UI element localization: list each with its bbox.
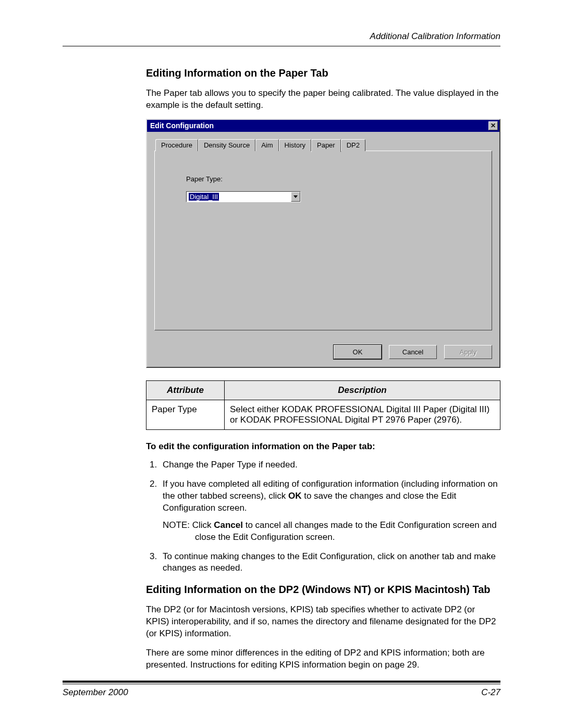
paper-type-label: Paper Type: [186,175,492,183]
tab-dp2[interactable]: DP2 [341,139,365,151]
step-1: Change the Paper Type if needed. [160,459,500,471]
tab-strip: Procedure Density Source Aim History Pap… [155,139,492,151]
table-header-attribute: Attribute [146,380,225,400]
dp2-paragraph-1: The DP2 (or for Macintosh versions, KPIS… [146,604,500,640]
dp2-paragraph-2: There are some minor differences in the … [146,647,500,671]
tab-procedure[interactable]: Procedure [155,139,198,151]
page-footer: September 2000 C-27 [63,681,500,698]
procedure-subhead: To edit the configuration information on… [146,441,500,452]
paper-type-value: Digital_III [187,192,291,202]
paper-type-dropdown[interactable]: Digital_III [186,191,301,202]
table-row: Paper Type Select either KODAK PROFESSIO… [146,400,500,429]
intro-text: The Paper tab allows you to specify the … [146,88,500,112]
attribute-table: Attribute Description Paper Type Select … [146,380,500,430]
step-3: To continue making changes to the Edit C… [160,551,500,575]
tab-density-source[interactable]: Density Source [198,139,255,151]
chevron-down-icon[interactable] [291,192,300,202]
ok-button[interactable]: OK [334,345,382,359]
tab-aim[interactable]: Aim [255,139,278,151]
step-2-note: NOTE: Click Cancel to cancel all changes… [163,520,500,544]
footer-date: September 2000 [63,687,128,698]
close-icon[interactable]: ✕ [488,121,498,130]
footer-page: C-27 [481,687,500,698]
cancel-button[interactable]: Cancel [389,345,437,359]
table-cell-desc: Select either KODAK PROFESSIONAL Digital… [225,400,500,429]
step-2: If you have completed all editing of con… [160,478,500,544]
paper-tab-panel: Paper Type: Digital_III [154,151,492,330]
page-header: Additional Calibration Information [63,31,500,46]
dialog-titlebar: Edit Configuration ✕ [147,120,499,132]
tab-paper[interactable]: Paper [311,139,341,152]
dialog-title: Edit Configuration [150,121,214,130]
section-heading-paper: Editing Information on the Paper Tab [146,67,500,79]
tab-history[interactable]: History [279,139,311,151]
edit-configuration-dialog: Edit Configuration ✕ Procedure Density S… [146,119,500,368]
section-heading-dp2: Editing Information on the DP2 (Windows … [146,584,500,596]
table-cell-attr: Paper Type [146,400,225,429]
table-header-description: Description [225,380,500,400]
apply-button: Apply [444,345,492,359]
steps-list: Change the Paper Type if needed. If you … [146,459,500,575]
